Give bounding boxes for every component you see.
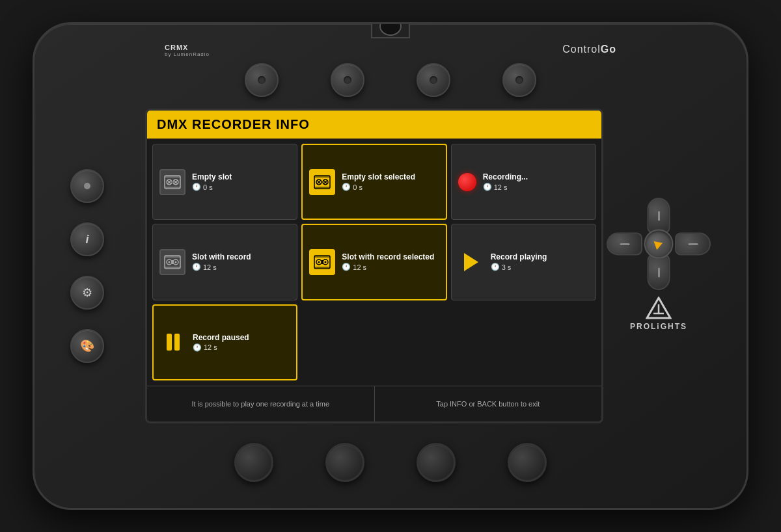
prolights-text: PROLiGHTS — [630, 322, 687, 331]
cell-record-paused: Record paused 🕐12 s — [152, 304, 297, 380]
left-button-column: i ⚙ 🎨 — [70, 169, 104, 363]
cell-record-playing-label: Record playing — [491, 252, 547, 261]
left-button-info[interactable]: i — [70, 222, 104, 256]
bottom-button-4[interactable] — [508, 443, 547, 482]
bottom-button-row — [234, 443, 547, 482]
right-nav-wheel: PROLiGHTS — [607, 201, 711, 331]
clock-icon-6: 🕐 — [491, 263, 500, 271]
cell-slot-with-record-selected-label: Slot with record selected — [342, 252, 434, 261]
clock-icon-2: 🕐 — [342, 183, 351, 191]
prolights-logo: PROLiGHTS — [630, 297, 687, 331]
cell-recording-time: 🕐12 s — [483, 183, 528, 191]
cell-slot-with-record-label: Slot with record — [192, 252, 251, 261]
empty-slot-selected-icon — [309, 169, 335, 195]
cell-record-paused-label: Record paused — [193, 333, 249, 342]
footer-hint-left: It is possible to play one recording at … — [147, 386, 374, 421]
brand-controlgo: ControlGo — [562, 44, 616, 55]
screen-title: DMX RECORDER INFO — [157, 117, 310, 132]
cell-recording-info: Recording... 🕐12 s — [483, 172, 528, 191]
left-button-settings[interactable]: ⚙ — [70, 276, 104, 310]
clock-icon-5: 🕐 — [342, 263, 351, 271]
nav-right-button[interactable] — [675, 233, 711, 256]
gear-icon: ⚙ — [82, 286, 92, 300]
cell-recording-label: Recording... — [483, 172, 528, 181]
cell-spacer-1 — [301, 304, 446, 380]
cell-slot-with-record-selected-info: Slot with record selected 🕐12 s — [342, 252, 434, 271]
clock-icon-4: 🕐 — [192, 263, 201, 271]
top-button-3[interactable] — [417, 63, 450, 97]
clock-icon-3: 🕐 — [483, 183, 492, 191]
cell-record-playing-time: 🕐3 s — [491, 263, 547, 271]
nav-down-button[interactable] — [648, 254, 670, 290]
svg-point-32 — [318, 261, 320, 263]
bottom-button-3[interactable] — [417, 443, 456, 482]
dot-icon — [84, 183, 90, 189]
cell-empty-slot-selected: Empty slot selected 🕐0 s — [301, 144, 446, 220]
nav-center-button[interactable] — [644, 230, 674, 259]
left-button-palette[interactable]: 🎨 — [70, 329, 104, 363]
bottom-button-1[interactable] — [234, 443, 273, 482]
prolights-triangle-icon — [646, 297, 672, 319]
bottom-button-2[interactable] — [325, 443, 364, 482]
clock-icon-7: 🕐 — [193, 343, 202, 352]
screen: DMX RECORDER INFO — [145, 109, 603, 423]
cell-record-playing: Record playing 🕐3 s — [451, 224, 596, 300]
cell-record-playing-info: Record playing 🕐3 s — [491, 252, 547, 271]
svg-point-26 — [175, 261, 177, 263]
title-bar: DMX RECORDER INFO — [147, 111, 601, 139]
play-icon — [464, 253, 478, 271]
cell-record-paused-time: 🕐12 s — [193, 343, 249, 352]
info-icon: i — [85, 233, 89, 246]
cell-spacer-2 — [451, 304, 596, 380]
pause-icon — [167, 334, 180, 351]
cell-empty-slot-info: Empty slot 🕐0 s — [192, 172, 232, 191]
top-button-row — [245, 63, 536, 97]
top-button-1[interactable] — [245, 63, 279, 97]
cell-slot-with-record-selected-time: 🕐12 s — [342, 263, 434, 271]
nav-up-button[interactable] — [648, 198, 670, 233]
device-body: CRMX by LumenRadio ControlGo i ⚙ 🎨 — [33, 22, 748, 510]
cell-slot-with-record-info: Slot with record 🕐12 s — [192, 252, 251, 271]
left-button-circle[interactable] — [70, 169, 104, 203]
tape-empty-icon — [164, 175, 181, 189]
svg-point-33 — [325, 261, 327, 263]
cell-empty-slot-selected-label: Empty slot selected — [342, 172, 415, 181]
tape-record-icon — [164, 255, 181, 269]
cell-slot-with-record: Slot with record 🕐12 s — [152, 224, 297, 300]
tape-record-selected-icon — [314, 255, 331, 269]
cell-empty-slot-time: 🕐0 s — [192, 183, 232, 191]
cell-slot-with-record-selected: Slot with record selected 🕐12 s — [301, 224, 446, 300]
nav-left-button[interactable] — [607, 233, 642, 256]
top-connector — [371, 22, 410, 38]
cell-empty-slot-selected-time: 🕐0 s — [342, 183, 415, 191]
footer-hint-right: Tap INFO or BACK button to exit — [375, 386, 602, 421]
slot-with-record-selected-icon — [309, 249, 335, 275]
clock-icon-1: 🕐 — [192, 183, 201, 191]
tape-empty-selected-icon — [314, 175, 331, 189]
screen-footer: It is possible to play one recording at … — [147, 386, 601, 421]
cell-empty-slot-label: Empty slot — [192, 172, 232, 181]
palette-icon: 🎨 — [80, 339, 94, 353]
top-button-4[interactable] — [502, 63, 536, 97]
cell-slot-with-record-time: 🕐12 s — [192, 263, 251, 271]
info-grid: Empty slot 🕐0 s — [147, 139, 601, 386]
svg-point-25 — [169, 261, 171, 263]
cell-empty-slot: Empty slot 🕐0 s — [152, 144, 297, 220]
top-button-2[interactable] — [331, 63, 364, 97]
cell-empty-slot-selected-info: Empty slot selected 🕐0 s — [342, 172, 415, 191]
cell-record-paused-info: Record paused 🕐12 s — [193, 333, 249, 352]
cell-recording: Recording... 🕐12 s — [451, 144, 596, 220]
brand-crmx: CRMX by LumenRadio — [165, 44, 210, 57]
slot-with-record-icon — [159, 249, 185, 275]
recording-dot-icon — [458, 173, 476, 191]
empty-slot-icon — [159, 169, 185, 195]
